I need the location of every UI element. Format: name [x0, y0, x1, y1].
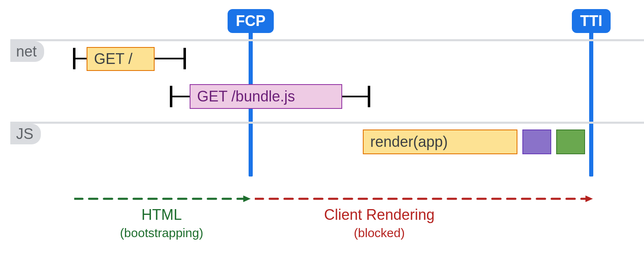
box-label: GET /bundle.js: [197, 88, 295, 105]
phase-subtitle: (bootstrapping): [120, 226, 203, 240]
track-label-net: net: [10, 41, 44, 62]
phase-label-client: Client Rendering: [324, 206, 435, 224]
track-label-js: JS: [10, 124, 41, 144]
phase-title: Client Rendering: [324, 206, 435, 223]
whisker-cap: [183, 48, 186, 69]
js-task-render-app: render(app): [363, 130, 517, 154]
net-request-get-root: GET /: [87, 47, 155, 71]
phase-label-html: HTML: [141, 206, 182, 224]
whisker-cap: [368, 86, 370, 107]
marker-tti-label: TTI: [572, 9, 611, 33]
marker-fcp-label: FCP: [228, 9, 274, 33]
track-line-net: [10, 39, 644, 41]
phase-subtitle: (blocked): [354, 226, 404, 240]
svg-marker-1: [243, 195, 251, 202]
phase-arrow-html: [74, 195, 251, 203]
marker-text: TTI: [580, 12, 602, 29]
phase-title: HTML: [141, 206, 182, 223]
track-line-js: [10, 122, 644, 124]
box-label: render(app): [370, 133, 448, 151]
marker-tti-line: [589, 32, 593, 177]
rendering-timeline-diagram: FCP TTI net GET / GET /bundle.js JS rend…: [0, 0, 644, 259]
js-task-purple: [522, 130, 551, 154]
marker-text: FCP: [236, 12, 266, 29]
track-label-text: JS: [16, 125, 33, 142]
js-task-green: [556, 130, 585, 154]
net-request-get-bundle: GET /bundle.js: [190, 84, 342, 109]
phase-sub-html: (bootstrapping): [120, 226, 203, 240]
phase-sub-client: (blocked): [354, 226, 404, 240]
track-label-text: net: [16, 43, 37, 60]
box-label: GET /: [94, 50, 132, 68]
phase-arrow-client: [255, 195, 593, 203]
svg-marker-3: [585, 195, 593, 202]
